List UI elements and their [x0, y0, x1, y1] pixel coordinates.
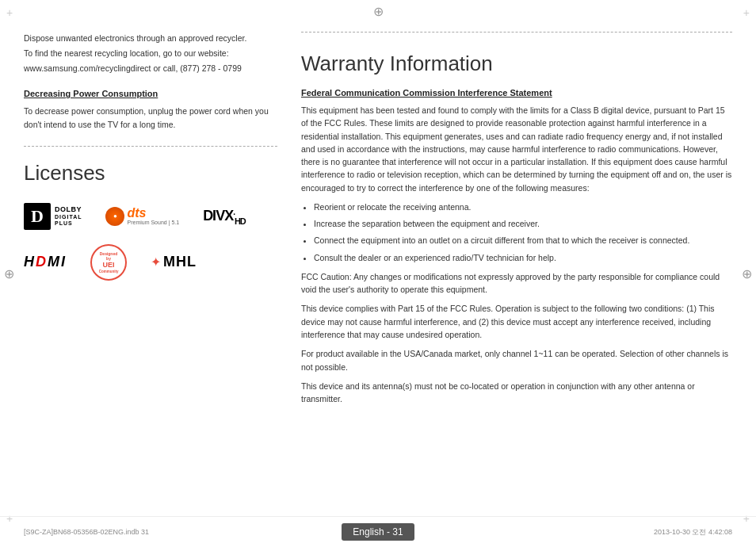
logos-grid: D DOLBY DIGITAL PLUS ●: [24, 203, 277, 281]
bullet-1: Reorient or relocate the receiving anten…: [314, 201, 732, 213]
recycle-line1: Dispose unwanted electronics through an …: [24, 32, 277, 45]
uei-community: Community: [99, 270, 119, 274]
footer-bar: [S9C-ZA]BN68-05356B-02ENG.indb 31 Englis…: [0, 516, 756, 547]
dolby-text-block: DOLBY DIGITAL PLUS: [55, 206, 82, 226]
dts-sub-text: Premium Sound | 5.1: [127, 220, 179, 226]
mhl-logo: ✦ MHL: [151, 254, 197, 270]
bullet-4: Consult the dealer or an experienced rad…: [314, 251, 732, 264]
warranty-title: Warranty Information: [301, 44, 732, 76]
dts-icon: ●: [105, 207, 124, 226]
warranty-divider-top: [301, 32, 732, 33]
hdmi-logo: HDmi: [24, 254, 67, 270]
recycle-line2: To find the nearest recycling location, …: [24, 47, 277, 60]
dolby-line1: DOLBY: [55, 206, 82, 214]
footer-right-text: 2013-10-30 오전 4:42:08: [654, 527, 732, 537]
licenses-title: Licenses: [24, 161, 277, 186]
hdmi-text2: D: [36, 254, 48, 270]
antenna-text: This device and its antenna(s) must not …: [301, 380, 732, 406]
dolby-logo: D DOLBY DIGITAL PLUS: [24, 203, 82, 230]
divx-logo: DIVX.HD: [203, 208, 246, 226]
uei-logo: Designed by UEI Community: [90, 244, 127, 281]
hdmi-text4: i: [61, 254, 67, 270]
power-heading: Decreasing Power Consumption: [24, 89, 277, 98]
crosshair-right: ⊕: [742, 266, 752, 281]
fcc-body1: This equipment has been tested and found…: [301, 104, 732, 194]
power-section: Decreasing Power Consumption To decrease…: [24, 89, 277, 132]
dolby-line3: PLUS: [55, 220, 82, 227]
mhl-text: MHL: [163, 254, 197, 270]
power-body: To decrease power consumption, unplug th…: [24, 105, 277, 132]
corner-mark-tl: +: [6, 6, 13, 19]
recycle-section: Dispose unwanted electronics through an …: [24, 32, 277, 75]
footer-left-text: [S9C-ZA]BN68-05356B-02ENG.indb 31: [24, 528, 149, 536]
bullet-3: Connect the equipment into an outlet on …: [314, 234, 732, 247]
right-column: Warranty Information Federal Communicati…: [301, 24, 732, 508]
fcc-caution: FCC Caution: Any changes or modification…: [301, 270, 732, 296]
logos-row-1: D DOLBY DIGITAL PLUS ●: [24, 203, 277, 230]
uei-text: UEI: [103, 261, 115, 270]
content-area: Dispose unwanted electronics through an …: [0, 0, 756, 516]
corner-mark-tr: +: [743, 6, 750, 19]
divx-text: DIVX: [203, 208, 233, 224]
hdmi-text: H: [24, 254, 36, 270]
fcc-heading: Federal Communication Commission Interfe…: [301, 88, 732, 98]
dolby-d-letter: D: [31, 206, 44, 227]
dts-text-block: dts Premium Sound | 5.1: [127, 207, 179, 226]
page-container: + + + + ⊕ ⊕ ⊕ Dispose unwanted electroni…: [0, 0, 756, 547]
section-divider: [24, 146, 277, 147]
dts-main-text: dts: [127, 207, 179, 220]
mhl-star-icon: ✦: [151, 254, 161, 270]
dolby-line2: DIGITAL: [55, 214, 82, 220]
part15-text: This device complies with Part 15 of the…: [301, 302, 732, 341]
divx-hd-label: HD: [235, 216, 246, 225]
page-badge: English - 31: [342, 523, 414, 541]
dolby-icon: D: [24, 203, 51, 230]
recycle-line3: www.samsung.com/recyclingdirect or call,…: [24, 62, 277, 75]
bullet-list: Reorient or relocate the receiving anten…: [314, 201, 732, 264]
crosshair-top: ⊕: [373, 4, 384, 19]
logos-row-2: HDmi Designed by UEI Community ✦ MHL: [24, 244, 277, 281]
canada-text: For product available in the USA/Canada …: [301, 347, 732, 373]
licenses-section: Licenses D DOLBY DIGITAL PLUS: [24, 161, 277, 281]
hdmi-text3: m: [48, 254, 61, 270]
bullet-2: Increase the separation between the equi…: [314, 217, 732, 230]
crosshair-left: ⊕: [4, 266, 14, 281]
left-column: Dispose unwanted electronics through an …: [24, 24, 277, 508]
dts-logo: ● dts Premium Sound | 5.1: [105, 207, 179, 226]
